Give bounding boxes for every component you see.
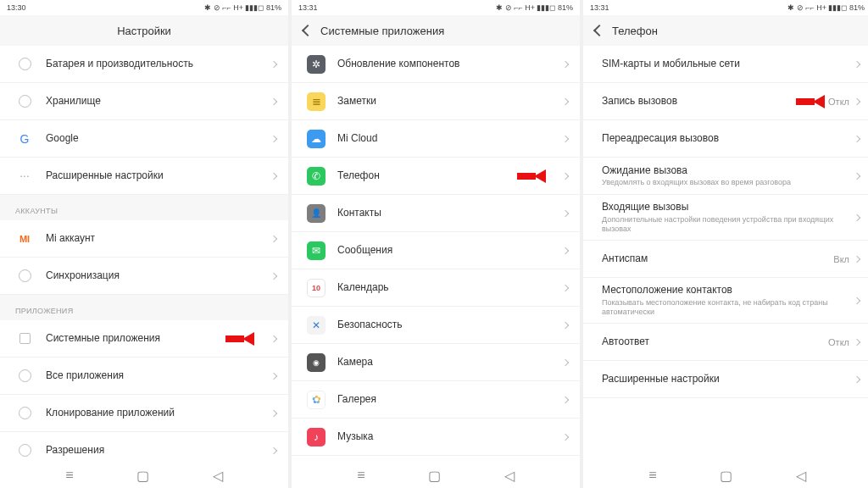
back-icon[interactable] — [593, 25, 605, 36]
page-title: Системные приложения — [320, 25, 444, 37]
value: Вкл — [833, 254, 849, 264]
screen-phone: 13:31 ✱ ⊘ ⌐⌐ H+ ▮▮▮◻ 81% Телефон SIM-кар… — [583, 0, 868, 488]
row-all-apps[interactable]: Все приложения — [0, 358, 288, 395]
gallery-icon — [307, 391, 326, 409]
chevron-right-icon — [270, 409, 277, 416]
clone-icon — [15, 404, 34, 423]
phone-settings-list: SIM-карты и мобильные сети Запись вызово… — [583, 46, 868, 463]
nav-menu-icon[interactable]: ≡ — [648, 468, 656, 483]
row-system-apps[interactable]: Системные приложения — [0, 320, 288, 358]
row-phone[interactable]: Телефон — [292, 158, 580, 195]
chevron-right-icon — [854, 297, 860, 303]
nav-home-icon[interactable]: ▢ — [428, 468, 441, 484]
chevron-right-icon — [562, 321, 569, 328]
row-google[interactable]: GGoogle — [0, 120, 288, 158]
row-contacts[interactable]: Контакты — [292, 195, 580, 232]
row-incoming[interactable]: Входящие вызовыДополнительные настройки … — [583, 195, 868, 241]
chevron-right-icon — [562, 172, 569, 179]
section-accounts: АККАУНТЫ — [0, 195, 288, 220]
chevron-right-icon — [270, 446, 277, 453]
row-battery[interactable]: Батарея и производительность — [0, 46, 288, 83]
screen-system-apps: 13:31 ✱ ⊘ ⌐⌐ H+ ▮▮▮◻ 81% Системные прило… — [292, 0, 580, 488]
status-bar: 13:31 ✱ ⊘ ⌐⌐ H+ ▮▮▮◻ 81% — [292, 0, 580, 15]
chevron-right-icon — [562, 396, 569, 402]
row-antispam[interactable]: АнтиспамВкл — [583, 241, 868, 278]
gear-icon — [307, 55, 326, 74]
row-sim[interactable]: SIM-карты и мобильные сети — [583, 46, 868, 83]
row-micloud[interactable]: Mi Cloud — [292, 120, 580, 158]
music-icon — [307, 428, 326, 446]
chevron-right-icon — [854, 135, 860, 141]
chevron-right-icon — [562, 97, 569, 104]
row-messages[interactable]: Сообщения — [292, 232, 580, 269]
navbar: ≡ ▢ ◁ — [583, 463, 868, 488]
chevron-right-icon — [270, 60, 277, 67]
storage-icon — [15, 92, 34, 111]
row-advanced[interactable]: Расширенные настройки — [0, 158, 288, 195]
security-icon — [307, 316, 326, 335]
navbar: ≡ ▢ ◁ — [292, 463, 580, 488]
chevron-right-icon — [854, 375, 860, 382]
more-icon — [15, 167, 34, 186]
nav-home-icon[interactable]: ▢ — [720, 468, 732, 484]
section-apps: ПРИЛОЖЕНИЯ — [0, 295, 288, 320]
chevron-right-icon — [854, 255, 860, 262]
chevron-right-icon — [854, 338, 860, 345]
row-forwarding[interactable]: Переадресация вызовов — [583, 120, 868, 158]
row-sync[interactable]: Синхронизация — [0, 258, 288, 295]
status-time: 13:31 — [590, 3, 609, 12]
chevron-right-icon — [270, 172, 277, 179]
nav-back-icon[interactable]: ◁ — [504, 468, 515, 484]
apps-list: Обновление компонентов Заметки Mi Cloud … — [292, 46, 580, 463]
chevron-right-icon — [270, 97, 277, 104]
nav-menu-icon[interactable]: ≡ — [65, 468, 73, 483]
row-call-recording[interactable]: Запись вызововОткл — [583, 83, 868, 120]
row-calendar[interactable]: Календарь — [292, 269, 580, 307]
value: Откл — [828, 97, 849, 107]
screen-settings: 13:30 ✱ ⊘ ⌐⌐ H+ ▮▮▮◻ 81% Настройки Батар… — [0, 0, 288, 488]
status-icons: ✱ ⊘ ⌐⌐ H+ ▮▮▮◻ 81% — [496, 3, 573, 12]
row-advanced[interactable]: Расширенные настройки — [583, 361, 868, 398]
chevron-right-icon — [562, 60, 569, 67]
back-icon[interactable] — [302, 25, 314, 36]
page-title: Настройки — [117, 25, 171, 37]
chevron-right-icon — [270, 135, 277, 141]
chevron-right-icon — [562, 433, 569, 440]
chevron-right-icon — [270, 372, 277, 379]
chevron-right-icon — [270, 235, 277, 241]
chevron-right-icon — [854, 97, 860, 104]
navbar: ≡ ▢ ◁ — [0, 463, 288, 488]
row-notes[interactable]: Заметки — [292, 83, 580, 120]
nav-home-icon[interactable]: ▢ — [136, 468, 149, 484]
notes-icon — [307, 92, 326, 111]
camera-icon — [307, 353, 326, 372]
status-bar: 13:31 ✱ ⊘ ⌐⌐ H+ ▮▮▮◻ 81% — [583, 0, 868, 15]
settings-list: Батарея и производительность Хранилище G… — [0, 46, 288, 463]
nav-menu-icon[interactable]: ≡ — [357, 468, 364, 483]
row-storage[interactable]: Хранилище — [0, 83, 288, 120]
row-security[interactable]: Безопасность — [292, 307, 580, 344]
sync-icon — [15, 267, 34, 286]
chevron-right-icon — [562, 135, 569, 141]
chevron-right-icon — [854, 60, 860, 67]
row-clone-apps[interactable]: Клонирование приложений — [0, 395, 288, 432]
nav-back-icon[interactable]: ◁ — [796, 468, 806, 484]
chevron-right-icon — [562, 209, 569, 216]
chevron-right-icon — [562, 284, 569, 291]
value: Откл — [828, 337, 849, 347]
row-gallery[interactable]: Галерея — [292, 381, 580, 419]
chevron-right-icon — [562, 358, 569, 365]
row-music[interactable]: Музыка — [292, 419, 580, 456]
contacts-icon — [307, 204, 326, 223]
chevron-right-icon — [562, 247, 569, 253]
row-mi-account[interactable]: MIMi аккаунт — [0, 220, 288, 258]
row-autoreply[interactable]: АвтоответОткл — [583, 324, 868, 361]
row-waiting[interactable]: Ожидание вызоваУведомлять о входящих выз… — [583, 158, 868, 195]
row-permissions[interactable]: Разрешения — [0, 432, 288, 463]
nav-back-icon[interactable]: ◁ — [213, 468, 223, 484]
perm-icon — [15, 441, 34, 460]
page-title: Телефон — [612, 25, 658, 37]
row-camera[interactable]: Камера — [292, 344, 580, 381]
row-updater[interactable]: Обновление компонентов — [292, 46, 580, 83]
row-location[interactable]: Местоположение контактовПоказывать место… — [583, 278, 868, 324]
